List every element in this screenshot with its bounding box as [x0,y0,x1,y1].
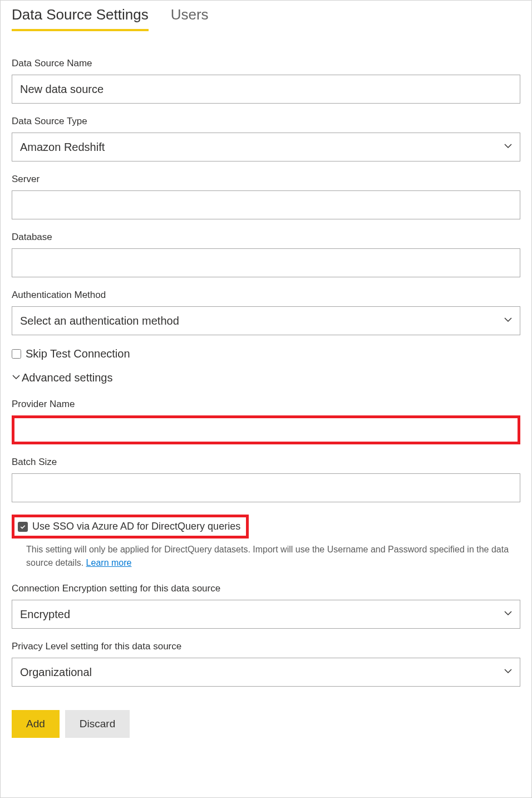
database-label: Database [12,232,520,243]
skip-test-label: Skip Test Connection [26,347,130,360]
provider-name-input[interactable] [12,415,520,444]
data-source-type-select[interactable]: Amazon Redshift [12,133,520,161]
learn-more-link[interactable]: Learn more [86,558,132,567]
sso-hint-text: This setting will only be applied for Di… [26,543,520,570]
database-input[interactable] [12,248,520,277]
tabs-bar: Data Source Settings Users [12,1,520,31]
server-label: Server [12,174,520,185]
data-source-name-input[interactable] [12,75,520,104]
chevron-down-icon [12,371,21,384]
sso-checkbox-highlight: Use SSO via Azure AD for DirectQuery que… [12,515,249,538]
sso-checkbox[interactable] [18,522,28,532]
data-source-name-label: Data Source Name [12,58,520,69]
auth-method-label: Authentication Method [12,290,520,301]
auth-method-select[interactable]: Select an authentication method [12,306,520,335]
advanced-settings-label: Advanced settings [22,371,112,384]
privacy-level-select[interactable]: Organizational [12,658,520,687]
server-input[interactable] [12,190,520,219]
discard-button[interactable]: Discard [65,710,130,738]
batch-size-input[interactable] [12,473,520,502]
privacy-level-label: Privacy Level setting for this data sour… [12,641,520,652]
tab-data-source-settings[interactable]: Data Source Settings [12,6,149,31]
sso-checkbox-label: Use SSO via Azure AD for DirectQuery que… [32,521,240,532]
data-source-type-label: Data Source Type [12,116,520,127]
tab-users[interactable]: Users [171,6,209,31]
advanced-settings-toggle[interactable]: Advanced settings [12,371,520,384]
connection-encryption-select[interactable]: Encrypted [12,600,520,629]
add-button[interactable]: Add [12,710,60,738]
skip-test-checkbox[interactable] [12,349,21,359]
provider-name-label: Provider Name [12,399,520,410]
connection-encryption-label: Connection Encryption setting for this d… [12,583,520,594]
batch-size-label: Batch Size [12,457,520,468]
